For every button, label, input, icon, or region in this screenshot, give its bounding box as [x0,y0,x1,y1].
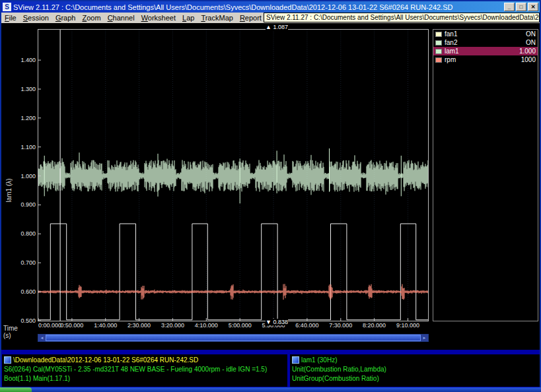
scrollbar-thumb[interactable] [46,335,421,341]
status-bar: \DownloadedData\2012-12-06 13-01-22 S6#0… [1,350,540,387]
app-icon: S [3,3,11,11]
plot-svg [38,30,428,321]
channel-name: fan2 [445,39,526,46]
menu-item-trackmap[interactable]: TrackMap [198,13,236,22]
status-line: Unit(Combustion Ratio,Lambda) [292,365,538,374]
y-tick-label: 0.500 [3,317,36,324]
window-controls: _ □ ✕ [504,3,538,11]
channel-info-icon [292,356,299,364]
channel-swatch [435,40,442,46]
x-tick-label: 2:30.000 [127,322,151,329]
os-taskbar [0,387,541,392]
menu-item-file[interactable]: File [1,13,20,22]
max-marker-value: 1.087 [273,24,288,30]
y-tick-label: 1.400 [3,57,36,63]
channel-list: fan1ONfan2ONlam11.000rpm1000 [433,30,538,64]
log-info-panel: \DownloadedData\2012-12-06 13-01-22 S6#0… [2,354,287,387]
y-tick-label: 0.600 [3,288,36,295]
min-marker: ▼ 0.838 [266,319,288,325]
menu-item-zoom[interactable]: Zoom [79,13,104,22]
channel-value: ON [526,30,536,38]
y-tick-label: 1.100 [3,144,36,150]
menu-item-channel[interactable]: Channel [104,13,138,22]
channel-row-lam1[interactable]: lam11.000 [433,47,538,55]
min-marker-value: 0.838 [273,319,288,325]
channel-row-fan1[interactable]: fan1ON [433,30,538,38]
menu-item-worksheet[interactable]: Worksheet [138,13,179,22]
channel-row-fan2[interactable]: fan2ON [433,38,538,47]
x-tick-label: 0:00.000 [38,322,61,329]
channel-swatch [435,57,442,63]
log-info-lines: \DownloadedData\2012-12-06 13-01-22 S6#0… [4,356,285,383]
plot-area[interactable] [38,29,429,321]
channel-name: lam1 [445,48,519,55]
down-triangle-icon: ▼ [266,319,271,325]
x-tick-label: 9:10.000 [396,322,419,329]
channel-name: fan1 [445,30,526,38]
x-tick-label: 7:30.000 [329,322,352,329]
menu-item-graph[interactable]: Graph [52,13,79,22]
x-tick-label: 5:00.000 [229,322,252,329]
menu-item-lap[interactable]: Lap [179,13,198,22]
status-line: lam1 (30Hz) [292,356,538,365]
x-tick-label: 0:50.000 [60,322,83,329]
minimize-button[interactable]: _ [504,3,515,11]
log-file-icon [4,356,11,364]
x-tick-label: 3:20.000 [161,322,184,329]
y-tick-label: 0.700 [3,259,36,266]
y-axis-title: lam1 (λ) [5,171,13,211]
channel-value: 1000 [521,56,536,63]
scroll-right-icon[interactable]: ► [421,335,428,341]
channel-name: rpm [445,56,521,63]
menu-item-report[interactable]: Report [236,13,265,22]
maximize-button[interactable]: □ [516,3,526,11]
channel-value: 1.000 [519,48,536,55]
max-marker: ▲ 1.087 [266,24,288,30]
status-line: S6(0264) Cal(MY05STi - 2.35 -md321T 48 N… [4,365,285,374]
channel-row-rpm[interactable]: rpm1000 [433,55,538,64]
channel-value: ON [526,39,536,46]
y-tick-label: 1.200 [3,115,36,121]
window-title: SView 2.11.27 : C:\Documents and Setting… [13,3,502,11]
x-tick-label: 4:10.000 [195,322,218,329]
x-axis-labels: 0:00.0000:50.0001:40.0002:30.0003:20.000… [38,322,429,330]
y-tick-label: 1.300 [3,86,36,92]
channel-info-lines: lam1 (30Hz)Unit(Combustion Ratio,Lambda)… [292,356,538,383]
chart-client: lam1 (λ) 1.4001.3001.2001.1001.0000.9000… [1,23,540,350]
x-axis-title-line1: Time [3,325,18,332]
status-line: UnitGroup(Combustion Ratio) [292,374,538,383]
channel-swatch [435,32,442,37]
scroll-left-icon[interactable]: ◄ [38,335,46,341]
menu-item-session[interactable]: Session [20,13,52,22]
x-tick-label: 6:40.000 [295,322,318,329]
x-axis-title-line2: (s) [3,332,18,339]
x-axis-title: Time (s) [3,325,18,339]
channel-panel: fan1ONfan2ONlam11.000rpm1000 [433,29,538,321]
channel-info-panel: lam1 (30Hz)Unit(Combustion Ratio,Lambda)… [290,354,540,387]
start-button[interactable] [0,387,32,392]
y-tick-label: 0.800 [3,230,36,237]
x-tick-label: 1:40.000 [94,322,117,329]
title-bar[interactable]: S SView 2.11.27 : C:\Documents and Setti… [1,1,540,13]
sview-window: S SView 2.11.27 : C:\Documents and Setti… [0,0,541,392]
horizontal-scrollbar[interactable]: ◄ ► [38,334,429,342]
close-button[interactable]: ✕ [528,3,538,11]
x-tick-label: 8:20.000 [363,322,386,329]
up-triangle-icon: ▲ [266,24,271,30]
status-line: \DownloadedData\2012-12-06 13-01-22 S6#0… [4,356,285,365]
title-tooltip: SView 2.11.27 : C:\Documents and Setting… [264,13,540,22]
status-line: Boot(1.1) Main(1.17.1) [4,374,285,383]
channel-swatch [435,49,442,54]
